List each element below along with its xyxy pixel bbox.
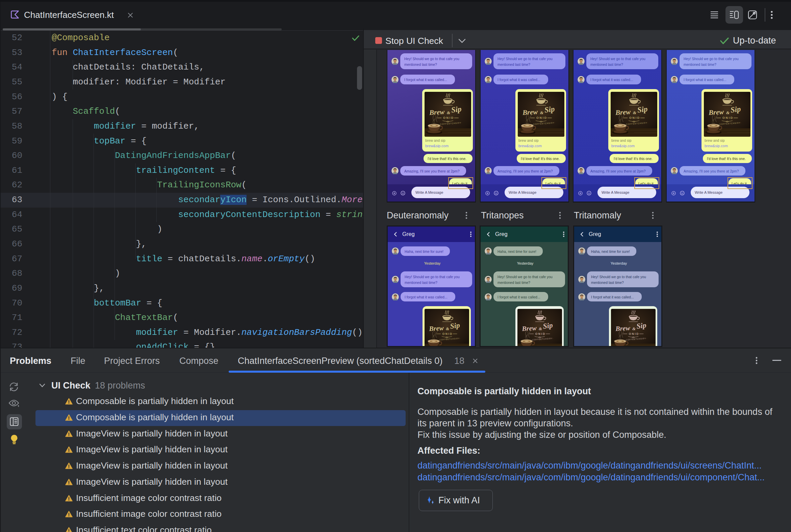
svg-text:&: & <box>540 110 544 115</box>
svg-text:Brew: Brew <box>708 108 724 116</box>
svg-text:&: & <box>447 110 450 115</box>
svg-text:&: & <box>726 110 730 115</box>
svg-text:Sip: Sip <box>637 104 648 114</box>
svg-text:ONID: ONID <box>443 116 454 119</box>
svg-text:Brew: Brew <box>428 108 444 116</box>
svg-text:ONID: ONID <box>629 116 640 119</box>
svg-text:Sip: Sip <box>730 104 741 114</box>
svg-text:Brew: Brew <box>615 108 630 116</box>
svg-text:Sip: Sip <box>544 104 555 114</box>
svg-text:Brew: Brew <box>522 108 538 116</box>
svg-text:Sip: Sip <box>450 104 462 114</box>
svg-text:ONID: ONID <box>536 116 548 119</box>
svg-text:&: & <box>633 110 636 115</box>
svg-text:ONID: ONID <box>722 116 734 119</box>
